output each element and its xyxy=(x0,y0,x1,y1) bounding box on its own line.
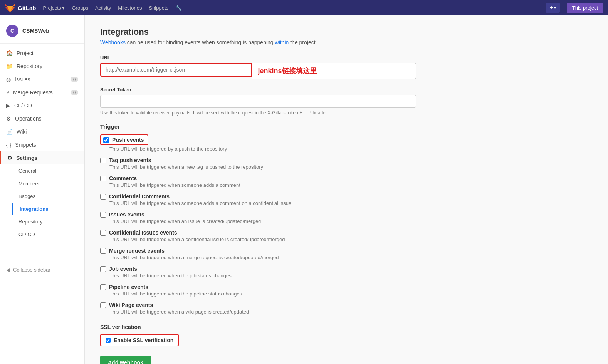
collapse-icon: ◀ xyxy=(6,267,10,273)
pipeline-events-desc: This URL will be triggered when the pipe… xyxy=(109,291,416,297)
sidebar: C CSMSWeb 🏠 Project 📁 Repository ◎ Issue… xyxy=(0,15,85,364)
sidebar-sub-badges[interactable]: Badges xyxy=(12,190,84,203)
tag-push-events-label[interactable]: Tag push events xyxy=(100,157,416,163)
issues-events-label[interactable]: Issues events xyxy=(100,211,416,218)
sidebar-item-project[interactable]: 🏠 Project xyxy=(0,47,84,60)
top-navigation: GitLab Projects ▾ Groups Activity Milest… xyxy=(0,0,608,15)
trigger-comments: Comments This URL will be triggered when… xyxy=(100,175,416,188)
issues-events-checkbox[interactable] xyxy=(100,212,106,218)
wiki-page-events-desc: This URL will be triggered when a wiki p… xyxy=(109,309,416,315)
this-project-button[interactable]: This project xyxy=(567,3,603,13)
add-webhook-button[interactable]: Add webhook xyxy=(100,356,151,364)
secret-token-input[interactable] xyxy=(100,95,416,108)
sidebar-sub-general[interactable]: General xyxy=(12,164,84,177)
ssl-checkbox-row: Enable SSL verification xyxy=(100,334,179,346)
page-title: Integrations xyxy=(100,27,416,37)
trigger-job-events: Job events This URL will be triggered wh… xyxy=(100,266,416,278)
ssl-verification-checkbox[interactable] xyxy=(106,338,111,343)
issues-badge: 0 xyxy=(71,77,78,82)
trigger-confidential-issues-events: Confidential Issues events This URL will… xyxy=(100,230,416,242)
secret-token-hint: Use this token to validate received payl… xyxy=(100,110,416,116)
pipeline-events-checkbox[interactable] xyxy=(100,284,106,290)
comments-checkbox[interactable] xyxy=(100,176,106,181)
job-events-checkbox[interactable] xyxy=(100,266,106,272)
wiki-page-events-label[interactable]: Wiki Page events xyxy=(100,302,416,308)
sidebar-item-snippets[interactable]: { } Snippets xyxy=(0,138,84,151)
trigger-push-events: Push events This URL will be triggered b… xyxy=(100,134,416,152)
collapse-sidebar-button[interactable]: ◀ Collapse sidebar xyxy=(0,264,84,276)
chevron-down-icon: ▾ xyxy=(554,6,556,10)
merge-requests-badge: 0 xyxy=(71,90,78,95)
trigger-merge-request-events: Merge request events This URL will be tr… xyxy=(100,248,416,260)
jenkins-hint: jenkins链接填这里 xyxy=(252,63,417,79)
sidebar-item-issues[interactable]: ◎ Issues 0 xyxy=(0,73,84,86)
main-layout: C CSMSWeb 🏠 Project 📁 Repository ◎ Issue… xyxy=(0,15,608,364)
nav-snippets[interactable]: Snippets xyxy=(149,5,168,11)
logo-text: GitLab xyxy=(18,5,36,11)
page-subtitle: Webhooks can be used for binding events … xyxy=(100,39,416,45)
confidential-comments-checkbox[interactable] xyxy=(100,194,106,200)
avatar: C xyxy=(6,25,18,37)
trigger-issues-events: Issues events This URL will be triggered… xyxy=(100,211,416,224)
push-events-label[interactable]: Push events xyxy=(100,134,148,145)
sidebar-project-name: CSMSWeb xyxy=(22,28,49,34)
merge-icon: ⑂ xyxy=(6,89,9,96)
trigger-wiki-page-events: Wiki Page events This URL will be trigge… xyxy=(100,302,416,315)
home-icon: 🏠 xyxy=(6,50,13,56)
tag-push-events-checkbox[interactable] xyxy=(100,158,106,163)
sidebar-project-header: C CSMSWeb xyxy=(0,22,84,44)
sidebar-sub-members[interactable]: Members xyxy=(12,177,84,190)
url-form-group: URL jenkins链接填这里 xyxy=(100,55,416,79)
sidebar-item-wiki[interactable]: 📄 Wiki xyxy=(0,125,84,138)
sidebar-item-settings[interactable]: ⚙ Settings xyxy=(0,151,84,164)
book-icon: 📁 xyxy=(6,63,13,69)
sidebar-sub-repository[interactable]: Repository xyxy=(12,215,84,228)
issues-icon: ◎ xyxy=(6,76,11,82)
ssl-checkbox-label[interactable]: Enable SSL verification xyxy=(114,337,173,343)
push-events-checkbox[interactable] xyxy=(103,137,109,143)
ops-icon: ⚙ xyxy=(6,116,11,122)
trigger-section: Trigger Push events This URL will be tri… xyxy=(100,123,416,315)
merge-request-events-checkbox[interactable] xyxy=(100,248,106,254)
sidebar-item-cicd[interactable]: ▶ CI / CD xyxy=(0,99,84,112)
webhooks-link[interactable]: Webhooks xyxy=(100,39,126,45)
merge-request-events-desc: This URL will be triggered when a merge … xyxy=(109,255,416,260)
url-row: jenkins链接填这里 xyxy=(100,63,416,79)
sidebar-sub-cicd[interactable]: CI / CD xyxy=(12,228,84,241)
url-label: URL xyxy=(100,55,416,60)
settings-submenu: General Members Badges Integrations Repo… xyxy=(0,164,84,241)
confidential-issues-events-label[interactable]: Confidential Issues events xyxy=(100,230,416,236)
nav-projects[interactable]: Projects ▾ xyxy=(43,5,65,11)
push-events-desc: This URL will be triggered by a push to … xyxy=(109,146,416,152)
sidebar-item-merge-requests[interactable]: ⑂ Merge Requests 0 xyxy=(0,86,84,99)
sidebar-sub-integrations[interactable]: Integrations xyxy=(12,203,84,215)
confidential-comments-desc: This URL will be triggered when someone … xyxy=(109,200,416,206)
tag-push-events-desc: This URL will be triggered when a new ta… xyxy=(109,164,416,170)
sidebar-item-operations[interactable]: ⚙ Operations xyxy=(0,112,84,125)
chevron-down-icon: ▾ xyxy=(62,5,65,11)
pipeline-events-label[interactable]: Pipeline events xyxy=(100,284,416,290)
trigger-pipeline-events: Pipeline events This URL will be trigger… xyxy=(100,284,416,297)
trigger-label: Trigger xyxy=(100,123,416,130)
url-input[interactable] xyxy=(100,63,252,77)
snippet-icon: { } xyxy=(6,142,11,148)
nav-milestones[interactable]: Milestones xyxy=(118,5,142,11)
wiki-icon: 📄 xyxy=(6,129,13,135)
confidential-comments-label[interactable]: Confidential Comments xyxy=(100,193,416,200)
nav-wrench-icon: 🔧 xyxy=(175,5,182,11)
gitlab-logo[interactable]: GitLab xyxy=(5,2,36,13)
ssl-title: SSL verification xyxy=(100,324,416,330)
nav-activity[interactable]: Activity xyxy=(95,5,111,11)
wiki-page-events-checkbox[interactable] xyxy=(100,302,106,308)
comments-label[interactable]: Comments xyxy=(100,175,416,181)
job-events-desc: This URL will be triggered when the job … xyxy=(109,273,416,278)
nav-groups[interactable]: Groups xyxy=(72,5,88,11)
new-item-button[interactable]: + ▾ xyxy=(546,3,559,13)
merge-request-events-label[interactable]: Merge request events xyxy=(100,248,416,254)
job-events-label[interactable]: Job events xyxy=(100,266,416,272)
sidebar-item-repository[interactable]: 📁 Repository xyxy=(0,60,84,73)
within-link[interactable]: within xyxy=(275,39,289,45)
secret-token-label: Secret Token xyxy=(100,87,416,92)
confidential-issues-events-checkbox[interactable] xyxy=(100,230,106,236)
trigger-confidential-comments: Confidential Comments This URL will be t… xyxy=(100,193,416,206)
